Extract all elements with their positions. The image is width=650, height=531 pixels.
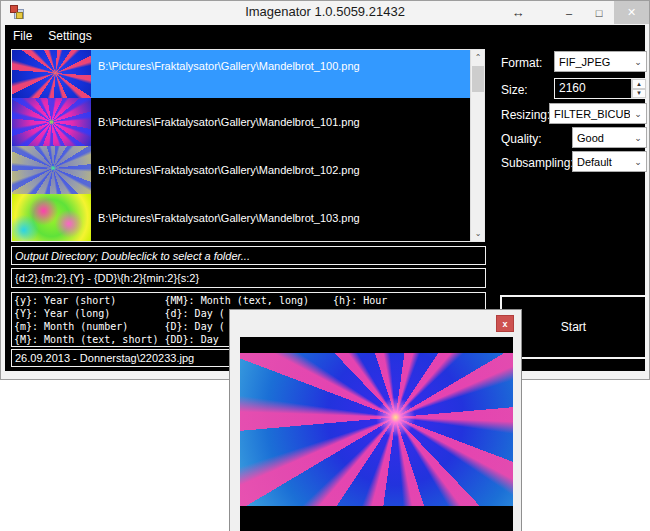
filename-pattern-field[interactable] — [11, 268, 486, 288]
format-label: Format: — [501, 56, 542, 70]
thumbnail-image — [12, 98, 91, 146]
minimize-button[interactable]: – — [554, 1, 584, 24]
thumbnail-image — [12, 50, 91, 98]
preview-titlebar[interactable]: x — [230, 310, 521, 337]
chevron-down-icon: ⌄ — [630, 57, 646, 67]
preview-body — [240, 337, 513, 531]
maximize-button[interactable]: □ — [584, 1, 614, 24]
list-item[interactable]: B:\Pictures\Fraktalysator\Gallery\Mandel… — [12, 50, 472, 98]
quality-label: Quality: — [501, 132, 542, 146]
preview-window: x — [229, 309, 522, 531]
chevron-down-icon: ⌄ — [630, 157, 646, 167]
caption-buttons: ↔ – □ ✕ — [498, 1, 649, 24]
close-button[interactable]: ✕ — [614, 1, 649, 24]
size-stepper[interactable]: 2160 ▲ ▼ — [554, 78, 647, 99]
subsampling-label: Subsampling: — [501, 156, 574, 170]
file-path: B:\Pictures\Fraktalysator\Gallery\Mandel… — [91, 60, 360, 72]
stepper-down-icon[interactable]: ▼ — [632, 89, 646, 99]
menu-file[interactable]: File — [5, 26, 40, 46]
file-path: B:\Pictures\Fraktalysator\Gallery\Mandel… — [91, 212, 360, 224]
menu-settings[interactable]: Settings — [40, 26, 99, 46]
list-scrollbar[interactable]: ⌃ ⌄ — [470, 50, 484, 241]
chevron-down-icon: ⌄ — [630, 109, 646, 119]
list-item[interactable]: B:\Pictures\Fraktalysator\Gallery\Mandel… — [12, 194, 472, 242]
fractal-preview-image — [240, 353, 513, 506]
quality-select[interactable]: Good ⌄ — [572, 127, 647, 148]
thumbnail-image — [12, 194, 91, 242]
chevron-down-icon: ⌄ — [630, 133, 646, 143]
output-directory-field[interactable] — [11, 246, 486, 265]
titlebar[interactable]: Imagenator 1.0.5059.21432 ↔ – □ ✕ — [1, 1, 649, 25]
screen: Imagenator 1.0.5059.21432 ↔ – □ ✕ File S… — [0, 0, 650, 531]
start-group: Start — [500, 295, 647, 359]
scroll-up-icon[interactable]: ⌃ — [471, 50, 485, 65]
file-path: B:\Pictures\Fraktalysator\Gallery\Mandel… — [91, 164, 360, 176]
stepper-up-icon[interactable]: ▲ — [632, 79, 646, 89]
scroll-thumb[interactable] — [472, 66, 484, 92]
file-path: B:\Pictures\Fraktalysator\Gallery\Mandel… — [91, 116, 360, 128]
start-button[interactable]: Start — [504, 299, 643, 355]
help-line: {y}: Year (short) {MM}: Month (text, lon… — [14, 294, 483, 307]
size-label: Size: — [501, 83, 528, 97]
scroll-down-icon[interactable]: ⌄ — [471, 226, 485, 241]
menubar: File Settings — [5, 25, 645, 47]
list-item[interactable]: B:\Pictures\Fraktalysator\Gallery\Mandel… — [12, 146, 472, 194]
file-list: B:\Pictures\Fraktalysator\Gallery\Mandel… — [11, 49, 485, 242]
thumbnail-image — [12, 146, 91, 194]
resizing-select[interactable]: FILTER_BICUBI ⌄ — [549, 103, 647, 124]
resizing-label: Resizing: — [501, 108, 550, 122]
result-filename-field[interactable] — [11, 349, 241, 367]
subsampling-select[interactable]: Default ⌄ — [572, 151, 647, 172]
preview-close-button[interactable]: x — [496, 315, 514, 332]
format-select[interactable]: FIF_JPEG ⌄ — [554, 51, 647, 72]
resize-icon[interactable]: ↔ — [498, 1, 538, 24]
list-item[interactable]: B:\Pictures\Fraktalysator\Gallery\Mandel… — [12, 98, 472, 146]
